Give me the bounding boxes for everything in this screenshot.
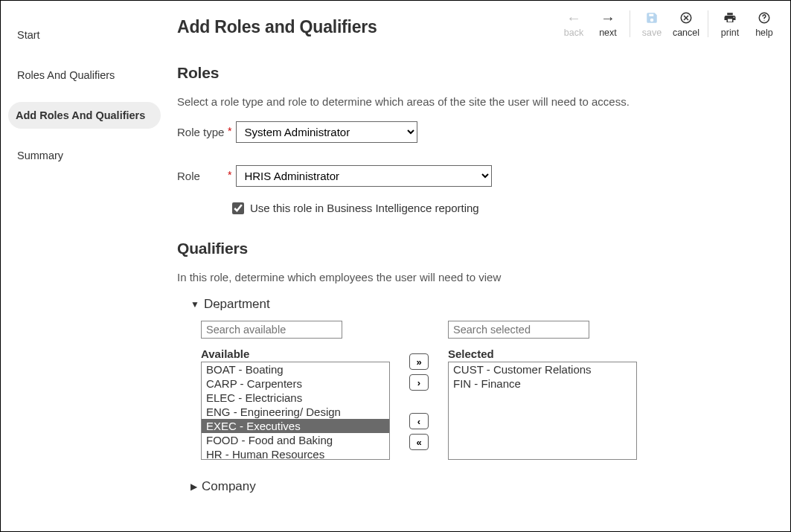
qualifiers-heading: Qualifiers (177, 240, 769, 257)
selected-column: Selected CUST - Customer RelationsFIN - … (448, 321, 637, 460)
required-indicator: * (228, 125, 231, 137)
cancel-icon (679, 10, 693, 26)
svg-point-2 (763, 20, 764, 21)
print-icon (723, 10, 737, 26)
search-selected-input[interactable] (448, 321, 589, 339)
back-label: back (564, 28, 583, 38)
next-button[interactable]: → next (591, 8, 625, 39)
roles-help-text: Select a role type and role to determine… (177, 95, 769, 108)
arrow-right-icon: → (601, 10, 615, 26)
print-label: print (721, 28, 739, 38)
available-listbox[interactable]: BOAT - BoatingCARP - CarpentersELEC - El… (201, 362, 390, 460)
cancel-button[interactable]: cancel (669, 8, 703, 39)
remove-all-button[interactable]: « (409, 434, 429, 450)
list-item[interactable]: FOOD - Food and Baking (202, 433, 389, 447)
list-item[interactable]: BOAT - Boating (202, 362, 389, 376)
next-label: next (599, 28, 617, 38)
main-content: ← back → next save cancel (161, 1, 790, 531)
triangle-right-icon: ▶ (190, 481, 197, 492)
company-label: Company (202, 479, 256, 494)
company-toggle[interactable]: ▶ Company (190, 479, 769, 494)
add-all-button[interactable]: » (409, 353, 429, 370)
role-field: Role * HRIS Administrator (177, 165, 769, 187)
nav-item-summary[interactable]: Summary (14, 142, 161, 169)
selected-label: Selected (448, 347, 637, 360)
qualifiers-help-text: In this role, determine which employees … (177, 271, 769, 283)
list-item[interactable]: HR - Human Resources (202, 447, 389, 460)
back-button: ← back (557, 8, 591, 39)
remove-one-button[interactable]: ‹ (409, 413, 429, 429)
save-icon (645, 10, 659, 26)
toolbar-separator (708, 10, 708, 37)
list-item[interactable]: ENG - Engineering/ Design (202, 405, 389, 419)
bi-reporting-checkbox[interactable] (232, 202, 244, 214)
bi-reporting-label: Use this role in Business Intelligence r… (250, 202, 479, 214)
role-label: Role (177, 170, 228, 182)
save-label: save (642, 28, 662, 38)
shuttle-controls: » › ‹ « (409, 353, 429, 450)
available-label: Available (201, 347, 390, 360)
help-label: help (755, 28, 773, 38)
cancel-label: cancel (673, 28, 699, 38)
arrow-left-icon: ← (566, 10, 581, 26)
search-available-input[interactable] (201, 321, 342, 339)
toolbar-separator (630, 10, 630, 37)
roles-heading: Roles (177, 64, 769, 82)
list-item[interactable]: CUST - Customer Relations (449, 362, 636, 376)
roletype-select[interactable]: System Administrator (236, 121, 417, 143)
department-dual-list: Available BOAT - BoatingCARP - Carpenter… (201, 321, 769, 460)
department-label: Department (204, 297, 270, 312)
shuttle-gap (409, 395, 429, 408)
wizard-sidebar: Start Roles And Qualifiers Add Roles And… (1, 1, 161, 531)
role-select[interactable]: HRIS Administrator (236, 165, 492, 187)
selected-listbox[interactable]: CUST - Customer RelationsFIN - Finance (448, 362, 637, 460)
action-toolbar: ← back → next save cancel (557, 8, 781, 39)
list-item[interactable]: CARP - Carpenters (202, 376, 389, 391)
print-button[interactable]: print (713, 8, 747, 39)
list-item[interactable]: FIN - Finance (449, 376, 636, 391)
triangle-down-icon: ▼ (190, 299, 199, 310)
add-one-button[interactable]: › (409, 374, 429, 391)
nav-item-roles-and-qualifiers[interactable]: Roles And Qualifiers (14, 62, 161, 89)
nav-item-start[interactable]: Start (14, 22, 161, 48)
available-column: Available BOAT - BoatingCARP - Carpenter… (201, 321, 390, 460)
roletype-field: Role type * System Administrator (177, 121, 769, 143)
help-icon (758, 10, 771, 26)
list-item[interactable]: EXEC - Executives (202, 419, 389, 433)
roletype-label: Role type (177, 126, 228, 138)
department-toggle[interactable]: ▼ Department (190, 297, 769, 312)
list-item[interactable]: ELEC - Electricians (202, 391, 389, 405)
bi-reporting-field: Use this role in Business Intelligence r… (232, 202, 769, 214)
required-indicator: * (228, 169, 231, 181)
help-button[interactable]: help (747, 8, 781, 39)
save-button: save (635, 8, 669, 39)
nav-item-add-roles-and-qualifiers[interactable]: Add Roles And Qualifiers (8, 102, 161, 129)
